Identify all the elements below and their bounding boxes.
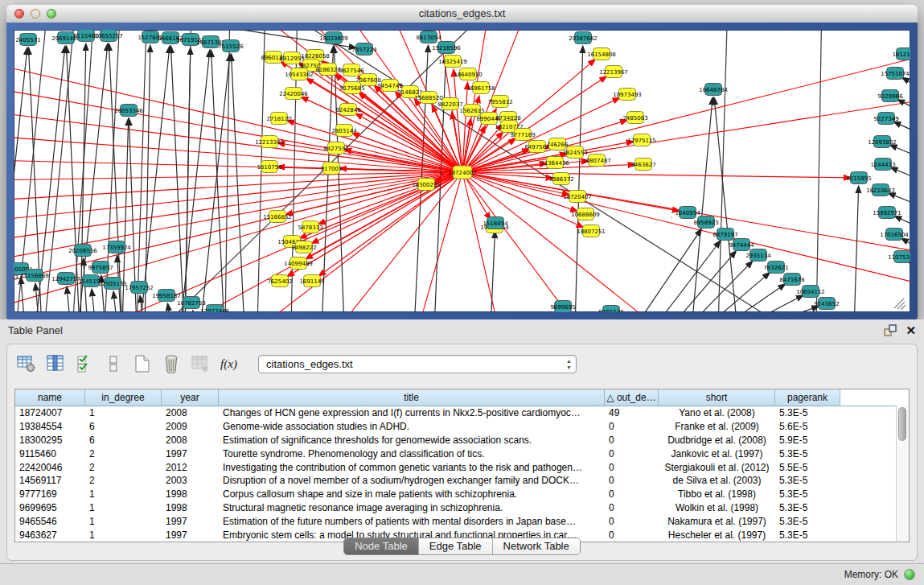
yellow-node-16154808[interactable]: 16154808 — [587, 48, 616, 60]
cell-pagerank[interactable]: 5.3E-5 — [775, 488, 840, 500]
cell-year[interactable]: 1998 — [162, 502, 219, 513]
vertical-scrollbar[interactable] — [896, 406, 909, 542]
teal-node-17016504[interactable]: 17016504 — [880, 229, 909, 241]
cell-title[interactable]: Estimation of significance thresholds fo… — [219, 435, 605, 446]
table-row[interactable]: 969969511998Structural magnetic resonanc… — [15, 501, 909, 515]
delete-rows-trash-button[interactable] — [160, 353, 182, 375]
cell-in_degree[interactable]: 6 — [85, 435, 162, 446]
cell-short[interactable]: Wolkin et al. (1998) — [659, 502, 775, 513]
yellow-node-10807487[interactable]: 10807487 — [582, 154, 611, 167]
teal-node-8471676[interactable]: 8471676 — [779, 274, 805, 286]
cell-in_degree[interactable]: 1 — [85, 516, 162, 527]
yellow-node-746266[interactable]: 746266 — [547, 138, 569, 150]
yellow-node-21364436[interactable]: 21364436 — [540, 157, 569, 169]
float-window-icon[interactable] — [884, 324, 897, 337]
cell-year[interactable]: 2008 — [162, 435, 219, 446]
table-row[interactable]: 1938455462009Genome-wide association stu… — [15, 420, 909, 434]
yellow-node-12213967[interactable]: 12213967 — [599, 66, 628, 78]
yellow-node-15166852[interactable]: 15166852 — [263, 211, 292, 223]
cell-name[interactable]: 9699695 — [15, 502, 85, 513]
window-minimize-button[interactable] — [31, 9, 40, 19]
window-close-button[interactable] — [14, 9, 24, 19]
column-header-out_de[interactable]: △ out_de… — [605, 389, 659, 406]
tab-edge-table[interactable]: Edge Table — [418, 538, 492, 554]
window-zoom-button[interactable] — [47, 9, 56, 19]
close-panel-icon[interactable]: ✕ — [906, 322, 916, 340]
cell-title[interactable]: Disruption of a novel member of a sodium… — [219, 475, 605, 486]
cell-pagerank[interactable]: 5.6E-5 — [775, 421, 840, 432]
teal-node-16648784[interactable]: 16648784 — [699, 84, 728, 96]
cell-in_degree[interactable]: 6 — [85, 421, 162, 432]
yellow-node-1810755[interactable]: 1810755 — [257, 161, 281, 173]
teal-node-1640954[interactable]: 1640954 — [675, 207, 700, 219]
cell-year[interactable]: 2003 — [162, 475, 219, 486]
cell-year[interactable]: 1997 — [162, 448, 219, 459]
table-row[interactable]: 1830029562008Estimation of significance … — [15, 434, 909, 447]
yellow-node-18325419[interactable]: 18325419 — [438, 56, 467, 68]
yellow-node-9242848[interactable]: 9242848 — [335, 104, 360, 116]
cell-short[interactable]: de Silva et al. (2003) — [659, 475, 775, 486]
teal-node-7857224[interactable]: 7857224 — [351, 43, 377, 56]
cell-year[interactable]: 2012 — [162, 462, 219, 473]
teal-node-9975857[interactable]: 9975857 — [88, 262, 113, 274]
teal-node-8813054[interactable]: 8813054 — [416, 31, 441, 43]
cell-name[interactable]: 14569117 — [15, 475, 85, 486]
yellow-node-14099489[interactable]: 14099489 — [284, 257, 313, 270]
table-row[interactable]: 1456911722003Disruption of a novel membe… — [15, 474, 909, 488]
yellow-node-5878333[interactable]: 5878333 — [298, 221, 322, 233]
cell-short[interactable]: Dudbridge et al. (2008) — [659, 435, 775, 446]
cell-title[interactable]: Investigating the contribution of common… — [219, 462, 605, 473]
table-row[interactable]: 946554611997Estimation of the future num… — [15, 514, 909, 528]
teal-node-17957252[interactable]: 17957252 — [125, 282, 154, 294]
column-header-year[interactable]: year — [162, 389, 219, 406]
scrollbar-thumb[interactable] — [898, 407, 906, 441]
yellow-node-1691144[interactable]: 1691144 — [299, 275, 325, 287]
teal-node-2405571[interactable]: 2405571 — [15, 34, 40, 46]
cell-title[interactable]: Estimation of the future numbers of pati… — [219, 516, 605, 527]
column-header-in_degree[interactable]: in_degree — [85, 389, 162, 406]
cell-year[interactable]: 2009 — [162, 421, 219, 432]
yellow-node-7986372[interactable]: 7986372 — [548, 173, 573, 185]
cell-in_degree[interactable]: 1 — [85, 407, 162, 418]
cell-out_de[interactable]: 0 — [605, 462, 659, 473]
cell-in_degree[interactable]: 1 — [85, 502, 162, 513]
yellow-node-2718120[interactable]: 2718120 — [266, 113, 291, 125]
cell-short[interactable]: Tibbo et al. (1998) — [659, 488, 775, 500]
cell-title[interactable]: Genome-wide association studies in ADHD. — [219, 421, 605, 432]
cell-out_de[interactable]: 0 — [605, 421, 659, 432]
yellow-node-16961758[interactable]: 16961758 — [466, 82, 495, 94]
teal-node-16782759[interactable]: 16782759 — [177, 297, 206, 309]
teal-node-11075343[interactable]: 11075343 — [888, 251, 910, 263]
tab-network-table[interactable]: Network Table — [492, 538, 580, 554]
cell-title[interactable]: Corpus callosum shape and size in male p… — [219, 488, 605, 500]
cell-pagerank[interactable]: 5.5E-5 — [775, 462, 840, 473]
network-window-titlebar[interactable]: citations_edges.txt — [6, 5, 918, 23]
cell-short[interactable]: Franke et al. (2009) — [659, 421, 775, 432]
teal-node-19218596[interactable]: 19218596 — [432, 42, 461, 54]
cell-short[interactable]: Yano et al. (2008) — [659, 407, 775, 418]
clear-selection-button[interactable] — [102, 353, 124, 375]
teal-node-8215955[interactable]: 8215955 — [846, 172, 871, 184]
yellow-node-9463627[interactable]: 9463627 — [630, 159, 655, 171]
cell-name[interactable]: 18300295 — [15, 435, 85, 446]
network-graph[interactable]: 1872400789601238912955182260589827503818… — [14, 30, 910, 312]
cell-out_de[interactable]: 49 — [605, 407, 659, 418]
cell-title[interactable]: Tourette syndrome. Phenomenology and cla… — [219, 448, 605, 459]
teal-node-15751074[interactable]: 15751074 — [881, 68, 910, 80]
table-selector-dropdown[interactable]: citations_edges.txt ▲▼ — [258, 355, 577, 373]
yellow-node-7625402[interactable]: 7625402 — [267, 275, 292, 287]
select-all-check-button[interactable] — [73, 353, 95, 375]
cell-name[interactable]: 9115460 — [15, 448, 85, 459]
cell-short[interactable]: Jankovic et al. (1997) — [659, 448, 775, 459]
cell-name[interactable]: 9465546 — [15, 516, 85, 527]
new-table-button[interactable] — [131, 353, 153, 375]
cell-pagerank[interactable]: 5.3E-5 — [775, 516, 840, 527]
table-row[interactable]: 2242004622012Investigating the contribut… — [15, 460, 909, 474]
cell-out_de[interactable]: 0 — [605, 516, 659, 527]
cell-pagerank[interactable]: 5.9E-5 — [775, 435, 840, 446]
column-header-name[interactable]: name — [15, 389, 85, 406]
cell-out_de[interactable]: 0 — [605, 475, 659, 486]
table-row[interactable]: 911546021997Tourette syndrome. Phenomeno… — [15, 447, 909, 460]
cell-out_de[interactable]: 0 — [605, 435, 659, 446]
yellow-node-22420046[interactable]: 22420046 — [279, 88, 308, 100]
